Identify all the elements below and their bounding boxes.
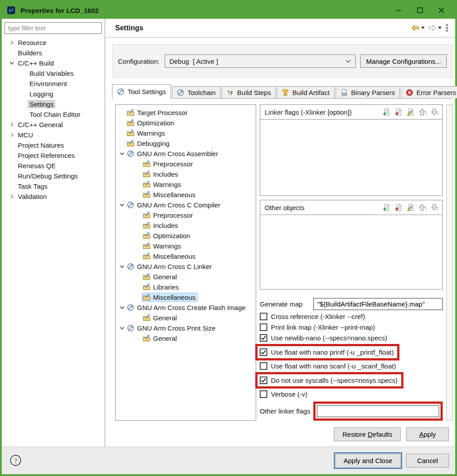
sidebar-item-environment[interactable]: Environment [4, 79, 102, 89]
cancel-button[interactable]: Cancel [406, 454, 449, 468]
tree-item-gnu-arm-cross-create-flash-image[interactable]: GNU Arm Cross Create Flash Image [116, 302, 256, 313]
move-down-button[interactable] [431, 203, 439, 211]
tree-item-label: Warnings [153, 181, 181, 188]
tree-item-includes[interactable]: Includes [116, 220, 256, 231]
chevron-right-icon[interactable] [7, 132, 16, 138]
folder-wrench-icon [143, 181, 150, 188]
move-down-button[interactable] [431, 108, 439, 116]
chevron-right-icon[interactable] [7, 122, 16, 128]
sidebar-item-resource[interactable]: Resource [4, 37, 102, 48]
tree-item-includes[interactable]: Includes [116, 169, 256, 179]
tab-toolchain[interactable]: Toolchain [172, 86, 220, 98]
apply-button[interactable]: Apply [406, 427, 449, 441]
other-linker-flags-input[interactable] [317, 405, 439, 417]
chevron-down-icon[interactable] [117, 151, 126, 157]
checkbox[interactable] [260, 323, 267, 331]
tree-item-gnu-arm-cross-assembler[interactable]: GNU Arm Cross Assembler [116, 149, 256, 159]
chevron-down-icon[interactable] [117, 203, 126, 208]
chevron-right-icon[interactable] [7, 40, 16, 46]
checkbox[interactable] [260, 362, 267, 370]
tree-item-preprocessor[interactable]: Preprocessor [116, 210, 256, 220]
sidebar-item-logging[interactable]: Logging [4, 89, 102, 99]
tree-item-miscellaneous[interactable]: Miscellaneous [116, 190, 256, 200]
tree-item-target-processor[interactable]: Target Processor [116, 108, 256, 118]
configuration-select[interactable]: Debug [ Active ] [165, 54, 356, 68]
tab-binary-parsers[interactable]: Binary Parsers [336, 86, 400, 98]
chevron-down-icon[interactable] [117, 305, 126, 310]
move-up-button[interactable] [419, 108, 427, 116]
sidebar-item-project-natures[interactable]: Project Natures [4, 140, 102, 150]
tree-item-gnu-arm-cross-c-compiler[interactable]: GNU Arm Cross C Compiler [116, 200, 256, 210]
close-button[interactable] [438, 7, 445, 13]
edit-button[interactable] [407, 203, 415, 211]
checkbox[interactable] [260, 348, 267, 356]
help-button[interactable] [9, 454, 22, 468]
move-up-button[interactable] [419, 203, 427, 211]
checkbox[interactable] [260, 377, 267, 384]
back-dropdown-icon[interactable] [421, 26, 425, 29]
tree-item-warnings[interactable]: Warnings [116, 241, 256, 251]
tree-item-general[interactable]: General [116, 313, 256, 323]
tree-item-preprocessor[interactable]: Preprocessor [116, 159, 256, 169]
other-objects-list[interactable] [260, 215, 442, 289]
folder-wrench-icon [143, 335, 150, 342]
tab-error-parsers[interactable]: Error Parsers [401, 86, 457, 98]
tree-item-debugging[interactable]: Debugging [116, 138, 256, 149]
add-button[interactable] [382, 203, 391, 211]
tree-item-label: Miscellaneous [153, 191, 195, 199]
check-icon [261, 335, 266, 341]
tree-item-libraries[interactable]: Libraries [116, 282, 256, 292]
edit-button[interactable] [407, 108, 415, 116]
tree-item-warnings[interactable]: Warnings [116, 179, 256, 190]
sidebar-item-task-tags[interactable]: Task Tags [4, 181, 102, 191]
tab-build-steps[interactable]: Build Steps [221, 86, 276, 98]
tab-build-artifact[interactable]: Build Artifact [277, 86, 334, 98]
maximize-button[interactable] [417, 7, 423, 13]
tree-item-miscellaneous-selected[interactable]: Miscellaneous [116, 292, 256, 302]
properties-dialog: Properties for LCD_1602 Resource Builder… [0, 0, 457, 476]
checkbox[interactable] [260, 390, 267, 398]
linker-flags-list[interactable] [260, 120, 442, 195]
tab-tool-settings[interactable]: Tool Settings [112, 84, 171, 98]
back-button[interactable] [411, 25, 425, 31]
generate-map-input[interactable] [313, 298, 443, 310]
tree-item-optimization[interactable]: Optimization [116, 231, 256, 241]
manage-configurations-button[interactable]: Manage Configurations... [360, 54, 447, 68]
sidebar-item-tool-chain-editor[interactable]: Tool Chain Editor [4, 109, 102, 120]
chevron-down-icon[interactable] [7, 61, 16, 66]
sidebar-item-renesas-qe[interactable]: Renesas QE [4, 161, 102, 171]
restore-defaults-button[interactable]: Restore Defaults [334, 427, 401, 441]
sidebar-item-cpp-build[interactable]: C/C++ Build [4, 58, 102, 68]
sidebar-item-project-references[interactable]: Project References [4, 150, 102, 161]
sidebar-item-validation[interactable]: Validation [4, 191, 102, 202]
forward-dropdown-icon[interactable] [438, 26, 442, 29]
minimize-button[interactable] [395, 7, 402, 13]
sidebar-item-builders[interactable]: Builders [4, 48, 102, 58]
checkbox-label: Use float with nano scanf (-u _scanf_flo… [271, 362, 396, 370]
sidebar-item-cpp-general[interactable]: C/C++ General [4, 120, 102, 130]
tree-item-warnings[interactable]: Warnings [116, 128, 256, 138]
tree-item-general[interactable]: General [116, 272, 256, 282]
chevron-right-icon[interactable] [7, 194, 16, 199]
forward-button[interactable] [428, 25, 442, 31]
tree-item-gnu-arm-cross-print-size[interactable]: GNU Arm Cross Print Size [116, 323, 256, 333]
chevron-down-icon[interactable] [117, 264, 126, 269]
delete-button[interactable] [395, 108, 403, 116]
add-button[interactable] [382, 108, 391, 116]
sidebar-item-mcu[interactable]: MCU [4, 130, 102, 140]
tree-item-miscellaneous[interactable]: Miscellaneous [116, 251, 256, 261]
view-menu-icon[interactable] [445, 24, 449, 32]
tree-item-general[interactable]: General [116, 333, 256, 344]
sidebar-item-settings[interactable]: Settings [4, 99, 102, 109]
apply-and-close-button[interactable]: Apply and Close [335, 454, 401, 468]
sidebar-item-run-debug-settings[interactable]: Run/Debug Settings [4, 171, 102, 181]
sidebar-item-build-variables[interactable]: Build Variables [4, 68, 102, 79]
delete-button[interactable] [395, 203, 403, 211]
tree-item-optimization[interactable]: Optimization [116, 118, 256, 128]
tree-item-gnu-arm-cross-c-linker[interactable]: GNU Arm Cross C Linker [116, 261, 256, 272]
scrollbar[interactable] [446, 104, 453, 421]
checkbox[interactable] [260, 313, 267, 320]
chevron-down-icon[interactable] [117, 326, 126, 331]
filter-input[interactable] [4, 22, 102, 34]
checkbox[interactable] [260, 334, 267, 342]
